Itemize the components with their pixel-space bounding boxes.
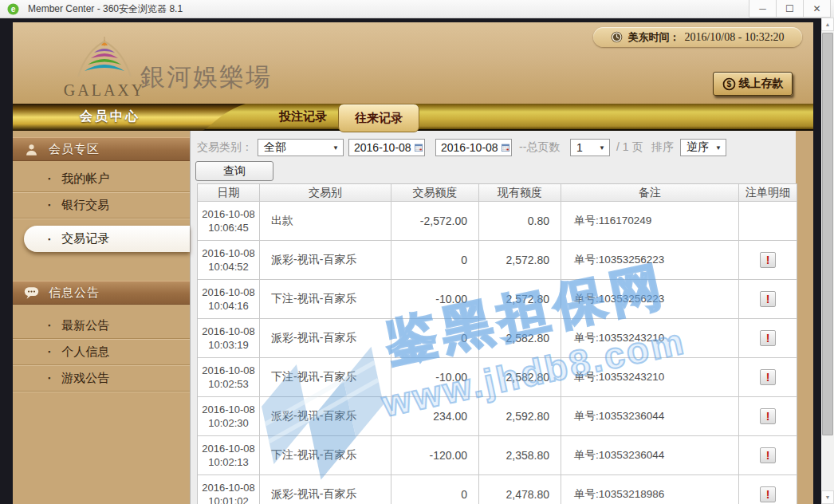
table-row: 2016-10-0810:02:13下注-视讯-百家乐-120.002,358.… xyxy=(198,436,797,475)
cell-amount: 0 xyxy=(391,475,479,504)
table-row: 2016-10-0810:01:02派彩-视讯-百家乐02,478.80单号:1… xyxy=(198,475,797,504)
cell-detail: ! xyxy=(739,436,797,475)
scroll-up-icon[interactable]: ▲ xyxy=(821,18,834,31)
sidebar-section-announcements: 信息公告 xyxy=(13,281,190,305)
cell-detail: ! xyxy=(739,475,797,504)
dropdown-arrow-icon: ▼ xyxy=(599,144,605,152)
bet-detail-button[interactable]: ! xyxy=(760,291,776,307)
pages-suffix: / 1 页 xyxy=(616,140,643,155)
table-row: 2016-10-0810:04:52派彩-视讯-百家乐02,572.80单号:1… xyxy=(198,241,797,280)
cell-type: 出款 xyxy=(260,202,391,241)
sort-select[interactable]: 逆序 ▼ xyxy=(680,139,726,156)
cell-balance: 2,582.80 xyxy=(479,319,561,358)
sidebar-item-personal-messages[interactable]: ▪ 个人信息 xyxy=(13,339,190,365)
window-title: Member Center - 360安全浏览器 8.1 xyxy=(28,2,183,16)
online-deposit-button[interactable]: $ 线上存款 xyxy=(713,72,793,96)
cell-date: 2016-10-0810:04:16 xyxy=(198,280,260,319)
cell-type: 派彩-视讯-百家乐 xyxy=(260,319,391,358)
page-select[interactable]: 1 ▼ xyxy=(570,139,610,156)
member-center-title: 会员中心 xyxy=(13,104,207,129)
cell-balance: 2,582.80 xyxy=(479,358,561,397)
sidebar-item-label: 最新公告 xyxy=(61,318,109,333)
clock-icon xyxy=(611,31,623,43)
date-from-field[interactable] xyxy=(348,139,425,156)
sidebar-item-my-account[interactable]: ▪ 我的帐户 xyxy=(13,166,190,192)
maximize-button[interactable]: ☐ xyxy=(776,0,804,18)
cell-balance: 2,572.80 xyxy=(479,280,561,319)
table-row: 2016-10-0810:06:45出款-2,572.000.80单号:1161… xyxy=(198,202,797,241)
dollar-coin-icon: $ xyxy=(722,77,736,91)
sidebar-item-game-announcements[interactable]: ▪ 游戏公告 xyxy=(13,365,190,392)
cell-balance: 2,572.80 xyxy=(479,241,561,280)
sidebar-item-bank-transactions[interactable]: ▪ 银行交易 xyxy=(13,192,190,219)
galaxy-logo-icon xyxy=(70,35,139,81)
sidebar-section-member: 会员专区 xyxy=(13,137,190,161)
cell-balance: 0.80 xyxy=(479,202,561,241)
sidebar-item-transaction-records[interactable]: ▪ 交易记录 xyxy=(24,226,190,252)
scrollbar-thumb[interactable] xyxy=(822,33,833,435)
bet-detail-button[interactable]: ! xyxy=(760,252,776,268)
type-filter-label: 交易类别： xyxy=(197,140,253,155)
vertical-scrollbar[interactable]: ▲ ▼ xyxy=(821,18,834,504)
cell-detail xyxy=(739,202,797,241)
cell-type: 派彩-视讯-百家乐 xyxy=(260,241,391,280)
bet-detail-button[interactable]: ! xyxy=(760,447,776,463)
type-filter-select[interactable]: 全部 ▼ xyxy=(258,139,344,156)
cell-note: 单号:10353256223 xyxy=(561,280,739,319)
bet-detail-button[interactable]: ! xyxy=(760,486,776,502)
sidebar-item-latest-announcements[interactable]: ▪ 最新公告 xyxy=(13,313,190,339)
cell-amount: 0 xyxy=(391,319,479,358)
table-row: 2016-10-0810:03:19派彩-视讯-百家乐02,582.80单号:1… xyxy=(198,319,797,358)
col-detail: 注单明细 xyxy=(739,184,797,202)
tab-transaction-records[interactable]: 往来记录 xyxy=(338,104,419,132)
cell-amount: -10.00 xyxy=(391,358,479,397)
filter-bar: 交易类别： 全部 ▼ xyxy=(191,131,797,182)
bullet-icon: ▪ xyxy=(48,348,50,356)
cell-type: 下注-视讯-百家乐 xyxy=(260,358,391,397)
cell-note: 单号:10353243210 xyxy=(561,319,739,358)
query-button[interactable]: 查询 xyxy=(195,161,273,181)
transactions-table: 日期 交易别 交易额度 现有额度 备注 注单明细 2016-10-0810:06… xyxy=(197,183,797,504)
cell-detail: ! xyxy=(739,280,797,319)
col-note: 备注 xyxy=(561,184,739,202)
cell-type: 下注-视讯-百家乐 xyxy=(260,280,391,319)
bet-detail-button[interactable]: ! xyxy=(760,330,776,346)
sidebar-item-label: 交易记录 xyxy=(61,231,109,246)
cell-note: 单号:10353256223 xyxy=(561,241,739,280)
cell-detail: ! xyxy=(739,358,797,397)
bullet-icon: ▪ xyxy=(48,201,50,209)
table-row: 2016-10-0810:02:53下注-视讯-百家乐-10.002,582.8… xyxy=(198,358,797,397)
cell-amount: -120.00 xyxy=(391,436,479,475)
cell-amount: 0 xyxy=(391,241,479,280)
bet-detail-button[interactable]: ! xyxy=(760,369,776,385)
cell-balance: 2,358.80 xyxy=(479,436,561,475)
page-header: 美东时间： 2016/10/08 - 10:32:20 GALAXY 銀河娛樂場… xyxy=(13,22,813,104)
cell-note: 单号:10353236044 xyxy=(561,436,739,475)
bet-detail-button[interactable]: ! xyxy=(760,408,776,424)
cell-note: 单号:10353218986 xyxy=(561,475,739,504)
cell-note: 单号:116170249 xyxy=(561,202,739,241)
close-button[interactable]: ✕ xyxy=(803,0,831,18)
cell-date: 2016-10-0810:01:02 xyxy=(198,475,260,504)
sidebar-item-label: 我的帐户 xyxy=(61,171,109,187)
content-area: 交易类别： 全部 ▼ xyxy=(190,131,796,504)
svg-text:$: $ xyxy=(726,80,731,89)
scroll-down-icon[interactable]: ▼ xyxy=(821,490,834,504)
calendar-icon[interactable] xyxy=(502,141,509,154)
tab-betting-records[interactable]: 投注记录 xyxy=(269,104,336,129)
section-title: 信息公告 xyxy=(49,285,100,301)
pages-label: --总页数 xyxy=(519,140,560,155)
nav-band: 会员中心 投注记录 往来记录 xyxy=(13,104,813,131)
svg-text:e: e xyxy=(11,5,16,14)
date-to-field[interactable] xyxy=(435,139,512,156)
cell-detail: ! xyxy=(739,319,797,358)
dropdown-arrow-icon: ▼ xyxy=(715,144,722,152)
minimize-button[interactable]: ─ xyxy=(749,0,777,18)
date-to-input[interactable] xyxy=(436,140,502,155)
calendar-icon[interactable] xyxy=(415,141,423,154)
table-header-row: 日期 交易别 交易额度 现有额度 备注 注单明细 xyxy=(198,184,797,202)
sidebar: 会员专区 ▪ 我的帐户 ▪ 银行交易 ▪ 交易记录 信息公告 xyxy=(13,131,190,504)
bullet-icon: ▪ xyxy=(48,321,50,329)
browser-titlebar: e Member Center - 360安全浏览器 8.1 ─ ☐ ✕ xyxy=(0,0,834,18)
date-from-input[interactable] xyxy=(349,140,415,155)
